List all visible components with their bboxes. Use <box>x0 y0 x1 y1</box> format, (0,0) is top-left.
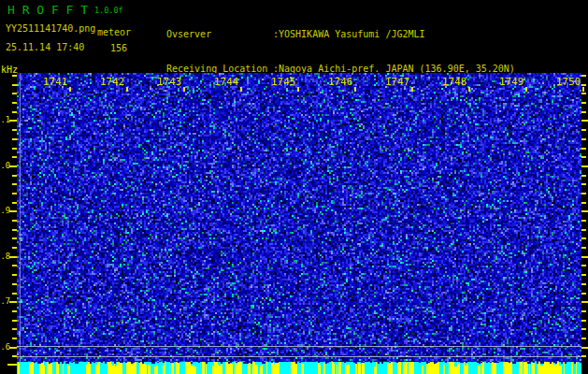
freq-tick-minor <box>12 148 17 150</box>
freq-tick-minor <box>581 202 586 204</box>
freq-tick-minor <box>12 193 17 194</box>
time-label: 1748 <box>442 76 467 88</box>
freq-tick-major <box>581 120 588 122</box>
freq-tick-minor <box>12 156 17 158</box>
echo-count: 156 <box>110 43 127 53</box>
freq-tick-minor <box>12 237 17 239</box>
freq-tick-minor <box>581 293 586 295</box>
freq-tick-minor <box>12 310 17 312</box>
freq-tick-minor <box>581 237 586 239</box>
freq-tick-minor <box>12 229 17 231</box>
freq-tick-minor <box>12 102 17 104</box>
app-version: 1.0.0f <box>94 6 123 15</box>
freq-tick-label: 0.8 <box>0 252 10 261</box>
freq-tick-minor <box>581 310 586 312</box>
time-label: 1749 <box>499 76 524 88</box>
freq-tick-major <box>581 347 588 349</box>
time-tick <box>411 87 413 92</box>
freq-tick-minor <box>581 265 586 266</box>
freq-tick-minor <box>581 328 586 330</box>
freq-tick-minor <box>581 93 586 94</box>
freq-tick-minor <box>12 183 17 185</box>
freq-tick-major <box>9 347 17 349</box>
freq-tick-minor <box>12 111 17 113</box>
time-tick <box>525 87 527 92</box>
time-label: 1745 <box>271 76 296 88</box>
freq-tick-minor <box>581 355 586 357</box>
time-label: 1742 <box>100 76 125 88</box>
info-row-observer: Ovserver:YOSHIKAWA Yasufumi /JG2MLI <box>166 29 515 40</box>
freq-tick-major <box>9 165 17 167</box>
freq-tick-minor <box>581 148 586 150</box>
strip-left-marker <box>7 364 17 366</box>
time-tick <box>240 87 242 92</box>
freq-tick-minor <box>12 75 17 77</box>
app-title: H R O F F T <box>7 3 88 17</box>
time-label: 1746 <box>328 76 353 88</box>
freq-tick-minor <box>12 247 17 249</box>
freq-tick-label: 0.7 <box>0 296 10 306</box>
freq-tick-minor <box>581 283 586 285</box>
freq-tick-minor <box>12 175 17 177</box>
freq-tick-minor <box>581 102 586 104</box>
time-tick <box>126 87 128 92</box>
freq-tick-major <box>581 256 588 258</box>
time-tick <box>582 87 584 92</box>
ref-line-horizontal <box>17 356 581 357</box>
freq-tick-minor <box>581 193 586 194</box>
freq-tick-major <box>581 301 588 303</box>
spectrogram-canvas <box>17 73 581 362</box>
freq-tick-minor <box>12 202 17 204</box>
freq-tick-minor <box>12 129 17 131</box>
session-datetime: 25.11.14 17:40 <box>6 42 84 52</box>
freq-axis-unit: kHz <box>1 65 18 75</box>
freq-tick-minor <box>581 220 586 222</box>
freq-tick-major <box>9 120 17 122</box>
freq-tick-minor <box>12 220 17 222</box>
time-label: 1741 <box>43 76 68 88</box>
freq-tick-minor <box>12 138 17 140</box>
output-filename: YY2511141740.png <box>6 23 95 34</box>
time-label: 1744 <box>214 76 239 88</box>
ref-line-horizontal <box>17 346 581 347</box>
freq-tick-minor <box>581 129 586 131</box>
freq-tick-minor <box>581 274 586 276</box>
freq-tick-minor <box>12 84 17 86</box>
mode-label: meteor <box>97 27 131 37</box>
time-label: 1747 <box>385 76 410 88</box>
freq-tick-minor <box>12 283 17 285</box>
freq-tick-major <box>9 210 17 212</box>
freq-tick-minor <box>581 84 586 86</box>
freq-tick-label: 0.9 <box>0 206 10 215</box>
freq-tick-minor <box>581 320 586 322</box>
freq-tick-minor <box>12 338 17 339</box>
freq-tick-label: 0.6 <box>0 342 10 352</box>
freq-tick-label: 1.0 <box>0 161 10 170</box>
activity-strip-canvas <box>17 362 581 374</box>
freq-tick-major <box>9 256 17 258</box>
time-label: 1743 <box>157 76 182 88</box>
time-tick <box>69 87 71 92</box>
info-value: :YOSHIKAWA Yasufumi /JG2MLI <box>273 29 425 39</box>
freq-tick-major <box>581 165 588 167</box>
time-label: 1750 <box>556 76 581 88</box>
info-label: Ovserver <box>166 29 273 40</box>
freq-tick-minor <box>581 338 586 339</box>
freq-tick-major <box>9 301 17 303</box>
freq-tick-label: 1.1 <box>0 115 10 124</box>
freq-tick-minor <box>581 156 586 158</box>
freq-tick-minor <box>12 293 17 295</box>
freq-tick-minor <box>581 229 586 231</box>
freq-tick-minor <box>12 320 17 322</box>
freq-tick-minor <box>581 247 586 249</box>
freq-tick-major <box>581 210 588 212</box>
freq-tick-minor <box>581 111 586 113</box>
freq-tick-minor <box>12 265 17 266</box>
time-tick <box>468 87 470 92</box>
time-tick <box>297 87 299 92</box>
time-tick <box>183 87 185 92</box>
freq-tick-minor <box>12 274 17 276</box>
freq-tick-minor <box>12 93 17 94</box>
freq-tick-minor <box>581 138 586 140</box>
freq-tick-minor <box>12 328 17 330</box>
